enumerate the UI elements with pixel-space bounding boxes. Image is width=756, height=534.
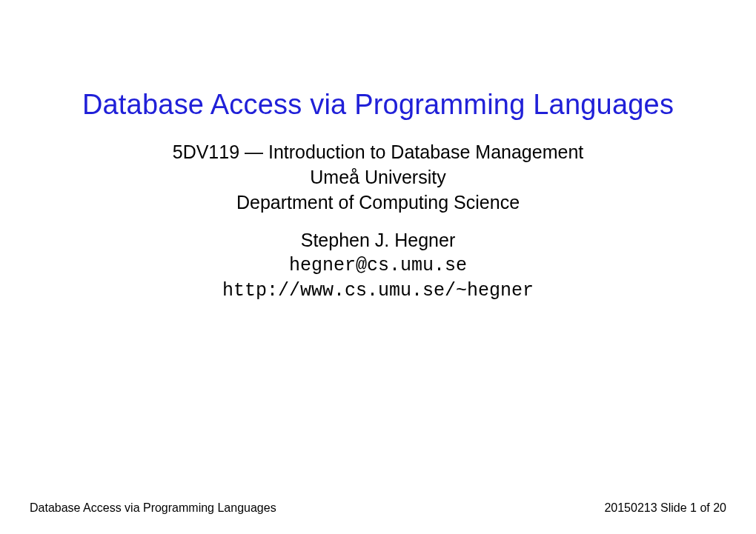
- author-name: Stephen J. Hegner: [0, 228, 756, 253]
- university-name: Umeå University: [0, 165, 756, 190]
- subtitle-block: 5DV119 — Introduction to Database Manage…: [0, 140, 756, 215]
- department-name: Department of Computing Science: [0, 190, 756, 216]
- slide-title: Database Access via Programming Language…: [0, 89, 756, 121]
- footer: Database Access via Programming Language…: [30, 501, 726, 515]
- author-email: hegner@cs.umu.se: [0, 253, 756, 278]
- footer-right: 20150213 Slide 1 of 20: [604, 501, 726, 515]
- author-block: Stephen J. Hegner hegner@cs.umu.se http:…: [0, 228, 756, 303]
- course-code: 5DV119 — Introduction to Database Manage…: [0, 140, 756, 165]
- slide-content: Database Access via Programming Language…: [0, 0, 756, 304]
- slide: Database Access via Programming Language…: [0, 0, 756, 534]
- footer-left: Database Access via Programming Language…: [30, 501, 276, 515]
- author-url: http://www.cs.umu.se/~hegner: [0, 278, 756, 304]
